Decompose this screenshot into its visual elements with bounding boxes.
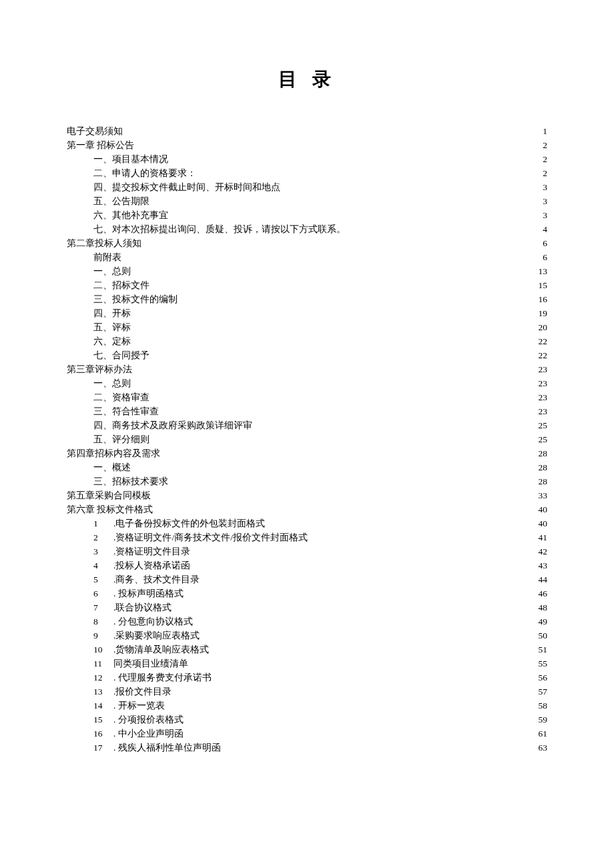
toc-item-label: .资格证明文件/商务技术文件/报价文件封面格式 [113, 530, 308, 544]
toc-row: 4.投标人资格承诺函43 [67, 558, 547, 572]
toc-item-label: .货物清单及响应表格式 [113, 642, 209, 657]
toc-item-page: 15 [535, 278, 547, 292]
toc-item-page: 56 [535, 671, 547, 685]
toc-leader-dots [254, 420, 534, 429]
toc-item-label: 第三章评标办法 [67, 362, 132, 376]
toc-leader-dots [192, 560, 534, 569]
toc-item-page: 2 [535, 152, 547, 166]
page-title: 目 录 [67, 67, 547, 92]
toc-item-label: . 分包意向协议格式 [113, 614, 193, 628]
toc-item-page: 2 [535, 138, 547, 152]
toc-item-page: 51 [535, 642, 547, 657]
toc-item-label: 第二章投标人须知 [67, 236, 141, 250]
toc-item-number: 3 [93, 544, 113, 558]
toc-item-label: 电子交易须知 [67, 124, 123, 138]
toc-leader-dots [124, 125, 534, 135]
toc-row: 七、对本次招标提出询问、质疑、投诉，请按以下方式联系。4 [67, 222, 547, 236]
toc-item-label: 七、对本次招标提出询问、质疑、投诉，请按以下方式联系。 [93, 222, 346, 236]
toc-row: 5.商务、技术文件目录44 [67, 572, 547, 586]
toc-item-number: 8 [93, 614, 113, 628]
toc-item-label: 五、评标 [93, 320, 131, 334]
toc-item-page: 1 [535, 124, 547, 138]
toc-row: 四、开标19 [67, 306, 547, 320]
toc-item-page: 6 [535, 236, 547, 250]
toc-row: 第二章投标人须知6 [67, 236, 547, 250]
toc-item-page: 23 [535, 362, 547, 376]
toc-row: 第五章采购合同模板33 [67, 488, 547, 502]
toc-leader-dots [185, 728, 534, 737]
toc-row: 第四章招标内容及需求28 [67, 446, 547, 460]
toc-item-number: 1 [93, 516, 113, 530]
toc-item-label: 一、总则 [93, 264, 131, 278]
toc-leader-dots [132, 462, 534, 471]
toc-item-number: 12 [93, 671, 113, 685]
toc-item-label: 六、其他补充事宜 [93, 208, 168, 222]
toc-item-page: 6 [535, 250, 547, 264]
toc-row: 五、评分细则25 [67, 432, 547, 446]
toc-item-label: 五、评分细则 [93, 432, 149, 446]
toc-item-page: 48 [535, 600, 547, 614]
toc-item-label: 二、招标文件 [93, 278, 149, 292]
toc-row: 一、概述28 [67, 460, 547, 474]
toc-item-label: .投标人资格承诺函 [113, 558, 190, 572]
toc-item-label: .电子备份投标文件的外包装封面格式 [113, 516, 265, 530]
toc-item-page: 2 [535, 166, 547, 180]
toc-item-label: 第四章招标内容及需求 [67, 446, 160, 460]
toc-item-label: .报价文件目录 [113, 685, 172, 699]
toc-row: 10.货物清单及响应表格式51 [67, 642, 547, 657]
toc-item-page: 3 [535, 180, 547, 194]
toc-item-label: 四、提交投标文件截止时间、开标时间和地点 [93, 180, 280, 194]
toc-row: 五、评标20 [67, 320, 547, 334]
toc-row: 三、招标技术要求28 [67, 474, 547, 488]
toc-item-label: . 中小企业声明函 [113, 727, 184, 741]
toc-leader-dots [162, 448, 534, 457]
toc-leader-dots [170, 476, 534, 485]
toc-item-number: 9 [93, 628, 113, 642]
toc-item-page: 63 [535, 741, 547, 755]
toc-item-label: . 代理服务费支付承诺书 [113, 671, 212, 685]
toc-row: 七、合同授予22 [67, 348, 547, 362]
toc-leader-dots [151, 350, 534, 359]
toc-leader-dots [347, 224, 534, 233]
toc-leader-dots [201, 574, 534, 583]
toc-leader-dots [198, 167, 534, 177]
toc-item-label: . 残疾人福利性单位声明函 [113, 741, 221, 755]
toc-row: 一、总则13 [67, 264, 547, 278]
toc-row: 15. 分项报价表格式59 [67, 713, 547, 727]
toc-row: 16. 中小企业声明函61 [67, 727, 547, 741]
toc-item-number: 11 [93, 657, 113, 671]
toc-leader-dots [123, 252, 534, 261]
toc-row: 前附表6 [67, 250, 547, 264]
toc-leader-dots [160, 406, 534, 415]
toc-item-page: 58 [535, 699, 547, 713]
toc-item-label: .联合协议格式 [113, 600, 172, 614]
toc-item-label: 一、总则 [93, 376, 131, 390]
toc-row: 第一章 招标公告2 [67, 138, 547, 152]
toc-item-number: 14 [93, 699, 113, 713]
toc-leader-dots [143, 238, 534, 247]
toc-row: 第六章 投标文件格式40 [67, 502, 547, 516]
toc-leader-dots [151, 195, 534, 205]
toc-item-page: 57 [535, 685, 547, 699]
toc-item-label: .采购要求响应表格式 [113, 628, 200, 642]
toc-item-label: 五、公告期限 [93, 194, 149, 208]
toc-row: 14. 开标一览表58 [67, 699, 547, 713]
toc-item-label: 第六章 投标文件格式 [67, 502, 153, 516]
toc-item-label: 一、项目基本情况 [93, 152, 168, 166]
toc-leader-dots [173, 602, 534, 611]
toc-item-page: 4 [535, 222, 547, 236]
toc-item-label: . 投标声明函格式 [113, 586, 184, 600]
toc-item-page: 23 [535, 404, 547, 418]
toc-item-page: 23 [535, 390, 547, 404]
toc-item-page: 40 [535, 516, 547, 530]
toc-item-label: 二、申请人的资格要求： [93, 166, 196, 180]
toc-leader-dots [266, 518, 534, 527]
toc-item-label: 四、商务技术及政府采购政策详细评审 [93, 418, 252, 432]
toc-item-page: 41 [535, 530, 547, 544]
toc-row: 13.报价文件目录57 [67, 685, 547, 699]
toc-item-page: 25 [535, 432, 547, 446]
table-of-contents: 电子交易须知1第一章 招标公告2一、项目基本情况2二、申请人的资格要求：2四、提… [67, 124, 547, 755]
toc-leader-dots [309, 532, 534, 541]
toc-item-label: . 开标一览表 [113, 699, 165, 713]
toc-row: 二、招标文件15 [67, 278, 547, 292]
